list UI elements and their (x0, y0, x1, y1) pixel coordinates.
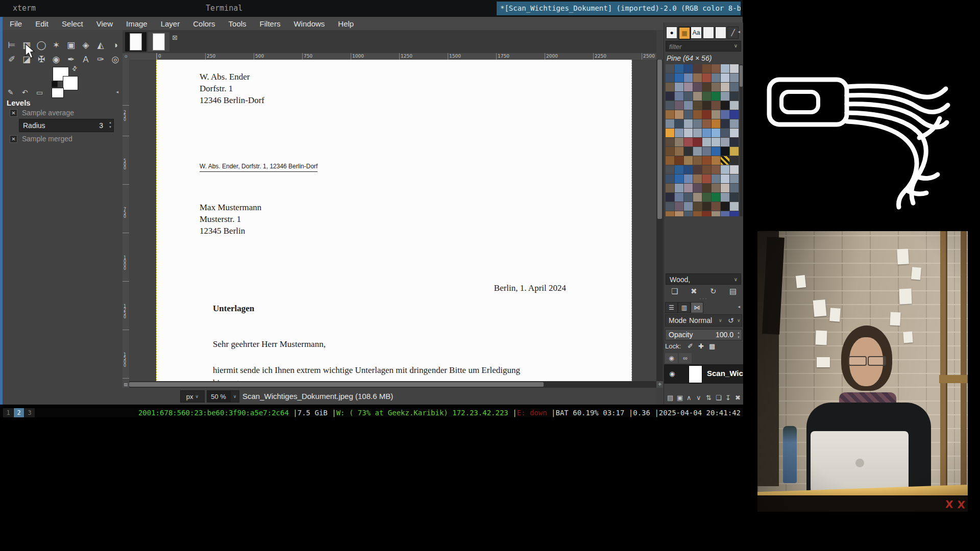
pattern-swatch[interactable] (721, 73, 729, 82)
menu-help[interactable]: Help (338, 19, 354, 28)
pattern-swatch[interactable] (721, 64, 729, 73)
pattern-swatch[interactable] (721, 110, 729, 119)
pattern-filter-input[interactable]: filter ∨ (666, 41, 741, 52)
pattern-swatch[interactable] (702, 138, 711, 146)
pattern-swatch[interactable] (675, 129, 683, 137)
pattern-swatch[interactable] (693, 73, 702, 82)
zoom-tool-icon[interactable]: ◎ (109, 54, 121, 66)
mode-value[interactable]: Normal (689, 316, 712, 324)
pattern-swatch[interactable] (712, 165, 720, 174)
pattern-swatch[interactable] (712, 193, 720, 202)
color-picker-icon[interactable]: ✑ (94, 54, 107, 66)
pattern-swatch[interactable] (721, 119, 729, 128)
pattern-swatch[interactable] (721, 174, 729, 183)
swap-colors-icon[interactable]: ⇄ (70, 64, 79, 72)
pattern-swatch[interactable] (712, 174, 720, 183)
pattern-swatch[interactable] (730, 174, 739, 183)
pattern-swatch[interactable] (730, 165, 739, 174)
pattern-swatch[interactable] (684, 64, 693, 73)
gradients-tab[interactable]: ╱ (727, 27, 739, 39)
pattern-swatch[interactable] (693, 83, 702, 91)
workspace-2[interactable]: 2 (14, 408, 24, 417)
pattern-swatch[interactable] (712, 64, 720, 73)
pattern-swatch[interactable] (684, 101, 693, 110)
merge-layer-icon[interactable]: ❏ (716, 394, 722, 402)
pattern-swatch[interactable] (712, 73, 720, 82)
pattern-swatch[interactable] (712, 184, 720, 192)
window-title-terminal[interactable]: Terminal (206, 4, 242, 13)
pattern-swatch[interactable] (666, 64, 674, 73)
pattern-swatch[interactable] (730, 129, 739, 137)
pattern-swatch[interactable] (684, 129, 693, 137)
layers-tab[interactable]: ☰ (665, 302, 678, 313)
lock-alpha-icon[interactable]: ▩ (709, 342, 715, 350)
active-window-title[interactable]: *[Scan_Wichtiges_Dokument] (imported)-2.… (497, 2, 741, 15)
menu-colors[interactable]: Colors (193, 19, 215, 28)
pattern-swatch[interactable] (702, 73, 711, 82)
document-history-tab[interactable] (703, 27, 714, 39)
pattern-swatch[interactable] (712, 211, 720, 216)
pattern-swatch[interactable] (684, 73, 693, 82)
pattern-swatch[interactable] (721, 138, 729, 146)
tool-preview-swatch[interactable] (52, 88, 64, 98)
menu-view[interactable]: View (96, 19, 113, 28)
lock-pixels-icon[interactable]: ✐ (688, 342, 693, 350)
pattern-swatch[interactable] (721, 193, 729, 202)
pattern-swatch[interactable] (684, 83, 693, 91)
canvas[interactable]: W. Abs. Ender Dorfstr. 1 12346 Berlin-Do… (129, 60, 656, 381)
crop-icon[interactable]: ▣ (65, 39, 77, 52)
pattern-swatch[interactable] (684, 92, 693, 101)
pattern-swatch[interactable] (675, 156, 683, 165)
chevron-down-icon[interactable]: ∨ (737, 318, 741, 323)
pattern-swatch[interactable] (721, 211, 729, 216)
pattern-grid-scrollbar[interactable] (740, 64, 743, 216)
pattern-swatch[interactable] (693, 211, 702, 216)
new-group-icon[interactable]: ▣ (677, 394, 683, 402)
pattern-swatch[interactable] (684, 138, 693, 146)
pattern-swatch[interactable] (702, 193, 711, 202)
pattern-swatch[interactable] (675, 92, 683, 101)
zoom-value-box[interactable]: 50 % (207, 390, 230, 403)
pattern-swatch[interactable] (693, 101, 702, 110)
new-layer-icon[interactable]: ▤ (667, 394, 673, 402)
pattern-swatch[interactable] (666, 156, 674, 165)
pattern-swatch[interactable] (693, 202, 702, 211)
refresh-patterns-icon[interactable]: ↻ (710, 287, 717, 296)
pattern-swatch[interactable] (666, 129, 674, 137)
pattern-swatch[interactable] (675, 202, 683, 211)
pattern-swatch[interactable] (693, 156, 702, 165)
pattern-swatch[interactable] (730, 73, 739, 82)
menu-tools[interactable]: Tools (229, 19, 247, 28)
pattern-swatch[interactable] (702, 165, 711, 174)
window-title-xterm[interactable]: xterm (13, 4, 36, 13)
opacity-slider[interactable]: Opacity 100.0 ▲ ▼ (665, 329, 742, 340)
layer-visibility-eye-icon[interactable]: ◉ (669, 370, 675, 378)
pattern-swatch[interactable] (693, 193, 702, 202)
menu-windows[interactable]: Windows (293, 19, 325, 28)
screen-icon[interactable]: ▭ (36, 88, 43, 96)
vertical-scrollbar[interactable] (656, 60, 663, 381)
menu-layer[interactable]: Layer (161, 19, 180, 28)
pattern-swatch[interactable] (684, 156, 693, 165)
pattern-swatch[interactable] (675, 83, 683, 91)
anchor-layer-icon[interactable]: ↧ (725, 394, 731, 402)
pattern-swatch[interactable] (730, 193, 739, 202)
pattern-swatch[interactable] (721, 147, 729, 156)
pattern-swatch[interactable] (730, 101, 739, 110)
pattern-swatch[interactable] (721, 184, 729, 192)
layer-row[interactable]: ◉ Scan_Wic (664, 364, 743, 384)
paths-tab[interactable]: ⋈ (691, 302, 703, 313)
pattern-swatch[interactable] (712, 119, 720, 128)
pattern-swatch[interactable] (721, 92, 729, 101)
radius-spinner-icon[interactable]: ▲ ▼ (109, 120, 112, 130)
panel-expander-icon[interactable]: ◂ (116, 89, 118, 94)
pattern-swatch[interactable] (675, 73, 683, 82)
pattern-grid-scrollbar-thumb[interactable] (740, 65, 743, 87)
pattern-swatch[interactable] (712, 110, 720, 119)
pattern-swatch[interactable] (712, 129, 720, 137)
pattern-swatch[interactable] (666, 92, 674, 101)
align-tool-icon[interactable]: ⊨ (6, 39, 18, 52)
pattern-swatch[interactable] (684, 147, 693, 156)
pattern-swatch[interactable] (730, 184, 739, 192)
lock-position-icon[interactable]: ✚ (698, 342, 704, 350)
